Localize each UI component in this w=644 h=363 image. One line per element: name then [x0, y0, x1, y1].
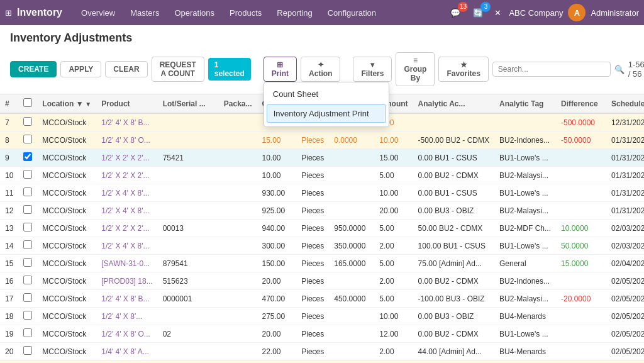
nav-products[interactable]: Products	[223, 6, 268, 20]
search-input[interactable]	[492, 62, 611, 77]
favorites-button[interactable]: ★ Favorites	[438, 57, 488, 82]
row-difference	[556, 184, 606, 202]
apply-button[interactable]: APPLY	[60, 61, 101, 77]
row-analytic-tag: BU2-MDF Ch...	[494, 220, 556, 237]
filters-button[interactable]: ▾ Filters	[353, 57, 392, 82]
col-analytic-tag[interactable]: Analytic Tag	[494, 94, 556, 113]
row-difference	[556, 325, 606, 343]
print-dropdown-menu: Count Sheet Inventory Adjustment Print	[264, 82, 389, 127]
col-product[interactable]: Product	[96, 94, 157, 113]
nav-operations[interactable]: Operations	[168, 6, 221, 20]
row-id: 8	[0, 131, 18, 149]
row-product[interactable]: 1/2' 4' X 8' B...	[96, 290, 157, 308]
row-unit: Pieces	[296, 237, 329, 255]
table-row: 20 MCCO/Stock 1/4' 4' X 8' A... 22.00 Pi…	[0, 343, 644, 360]
row-checkbox[interactable]	[18, 255, 37, 272]
col-location[interactable]: Location ▼	[37, 94, 96, 113]
row-checkbox[interactable]	[18, 325, 37, 343]
row-checkbox[interactable]	[18, 167, 37, 184]
row-checkbox[interactable]	[18, 220, 37, 237]
clear-button[interactable]: CLEAR	[105, 61, 147, 77]
table-row: 19 MCCO/Stock 1/2' 4' X 8' O... 02 20.00…	[0, 325, 644, 343]
col-lot[interactable]: Lot/Serial ...	[158, 94, 219, 113]
updates-button[interactable]: 🔄 3	[469, 6, 487, 20]
row-location: MCCO/Stock	[37, 113, 96, 131]
nav-configuration[interactable]: Configuration	[321, 6, 382, 20]
row-unit: Pieces	[296, 220, 329, 237]
print-button[interactable]: ⊞ Print	[264, 57, 297, 82]
row-package	[219, 255, 257, 272]
row-analytic-tag: BU1-Lowe's ...	[494, 149, 556, 167]
row-lot: EGLV082100...	[158, 360, 219, 364]
col-difference[interactable]: Difference	[556, 94, 606, 113]
row-checkbox[interactable]	[18, 149, 37, 167]
row-analytic-ac: 0.00 BU2 - CDMX	[413, 325, 494, 343]
inventory-adjustment-print-option[interactable]: Inventory Adjustment Print	[267, 104, 386, 123]
row-location: MCCO/Stock	[37, 360, 96, 364]
row-product[interactable]: 1/4' 4' X 8' A...	[96, 343, 157, 360]
nav-reporting[interactable]: Reporting	[270, 6, 318, 20]
col-analytic-ac[interactable]: Analytic Ac...	[413, 94, 494, 113]
notifications-button[interactable]: 💬 13	[447, 6, 464, 20]
row-unit: Pieces	[296, 202, 329, 220]
create-button[interactable]: CREATE	[10, 61, 57, 77]
row-onhand: 15.00	[257, 131, 297, 149]
row-product[interactable]: 1/2' X 4' X 8'...	[96, 184, 157, 202]
row-checkbox[interactable]	[18, 290, 37, 308]
row-location: MCCO/Stock	[37, 308, 96, 325]
row-product[interactable]: 1/2' X 2' X 2'...	[96, 149, 157, 167]
row-onhand: 940.00	[257, 220, 297, 237]
row-checkbox[interactable]	[18, 113, 37, 131]
col-checkbox[interactable]	[18, 94, 37, 113]
close-icon[interactable]: ✕	[492, 6, 504, 20]
row-product[interactable]: 1/2' 4' X 8' O...	[96, 325, 157, 343]
row-analytic-tag: BU2-Malaysi...	[494, 202, 556, 220]
row-product[interactable]: [PROD03] 18...	[96, 272, 157, 290]
row-product[interactable]: [SAWN-31-0...	[96, 255, 157, 272]
row-checkbox[interactable]	[18, 272, 37, 290]
row-checkbox[interactable]	[18, 343, 37, 360]
row-checkbox[interactable]	[18, 131, 37, 149]
row-checkbox[interactable]	[18, 308, 37, 325]
row-checkbox[interactable]	[18, 202, 37, 220]
row-onhand: 930.00	[257, 184, 297, 202]
col-scheduled[interactable]: Scheduled	[606, 94, 644, 113]
row-id: 15	[0, 255, 18, 272]
row-product[interactable]: 1/2' X 4' X 8'...	[96, 237, 157, 255]
row-checkbox[interactable]	[18, 184, 37, 202]
request-count-button[interactable]: REQUEST A COUNT	[152, 57, 204, 82]
row-product[interactable]: 1/2' 4' X 8'...	[96, 308, 157, 325]
group-by-button[interactable]: ≡ Group By	[396, 52, 435, 86]
table-row: 17 MCCO/Stock 1/2' 4' X 8' B... 0000001 …	[0, 290, 644, 308]
row-product[interactable]: 1/2' X 2' X 2'...	[96, 220, 157, 237]
row-package	[219, 184, 257, 202]
row-product[interactable]: 1/2' X 2' X 2'...	[96, 167, 157, 184]
row-checkbox[interactable]	[18, 360, 37, 364]
row-amount: 2.00	[374, 272, 413, 290]
select-all-checkbox[interactable]	[23, 98, 32, 107]
app-grid-icon[interactable]: ⊞	[5, 8, 12, 18]
row-analytic-tag: BU4-Menards	[494, 308, 556, 325]
row-id: 16	[0, 272, 18, 290]
search-icon[interactable]: 🔍	[614, 65, 625, 74]
row-product[interactable]: 1/2' X 4' X 8'...	[96, 202, 157, 220]
row-scheduled: 02/03/202...	[606, 237, 644, 255]
nav-masters[interactable]: Masters	[124, 6, 165, 20]
table-row: 8 MCCO/Stock 1/2' 4' X 8' O... 15.00 Pie…	[0, 131, 644, 149]
row-product[interactable]: 1/2' 4' X 8' O...	[96, 131, 157, 149]
row-onhand: 7,950.00	[257, 360, 297, 364]
row-analytic-ac: 0.00 BU3 - OBIZ	[413, 308, 494, 325]
avatar[interactable]: A	[568, 4, 586, 21]
row-product[interactable]: [PROD01] 3/...	[96, 360, 157, 364]
action-button[interactable]: ✦ Action	[301, 57, 340, 82]
nav-overview[interactable]: Overview	[75, 6, 121, 20]
row-checkbox[interactable]	[18, 237, 37, 255]
row-unit: Pieces	[296, 272, 329, 290]
row-unit: Pieces	[296, 255, 329, 272]
row-product[interactable]: 1/2' 4' X 8' B...	[96, 113, 157, 131]
table-row: 9 MCCO/Stock 1/2' X 2' X 2'... 75421 10.…	[0, 149, 644, 167]
count-sheet-option[interactable]: Count Sheet	[264, 85, 389, 103]
row-onhand: 300.00	[257, 237, 297, 255]
row-package	[219, 167, 257, 184]
col-package[interactable]: Packa...	[219, 94, 257, 113]
